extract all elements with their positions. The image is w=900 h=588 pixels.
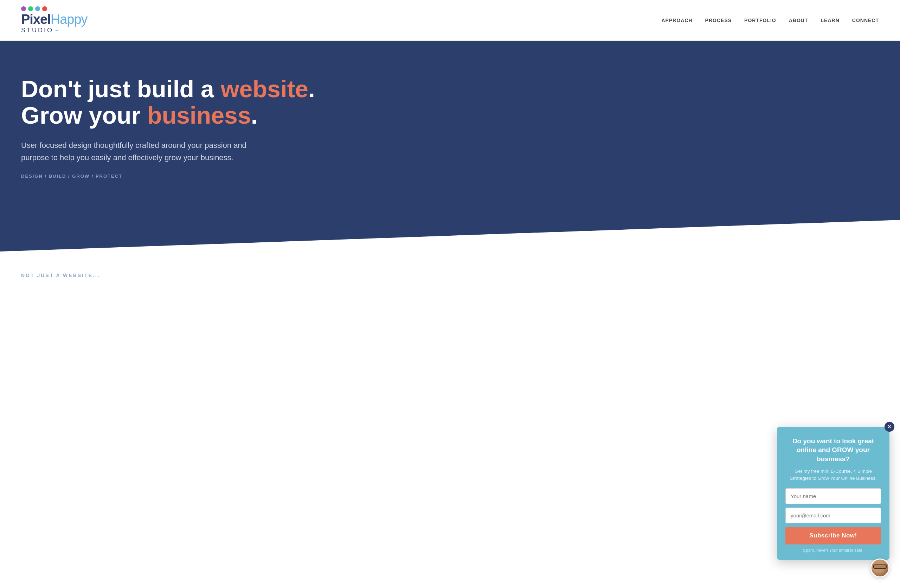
logo-text: Pixel Happy xyxy=(21,12,87,26)
dot-green-icon xyxy=(28,6,33,11)
nav-approach[interactable]: APPROACH xyxy=(661,17,692,23)
dot-blue-icon xyxy=(35,6,40,11)
hero-subtext: User focused design thoughtfully crafted… xyxy=(21,139,267,164)
below-hero-section: NOT JUST A WEBSITE... xyxy=(0,252,900,289)
logo-pixel: Pixel xyxy=(21,12,51,26)
nav-learn[interactable]: LEARN xyxy=(821,17,839,23)
hero-headline-part1: Don't just build a xyxy=(21,76,221,102)
hero-headline-part2: Grow your xyxy=(21,102,147,128)
hero-headline-accent1: website xyxy=(221,76,308,102)
logo-studio: STUDIO xyxy=(21,27,53,34)
hero-headline-period2: . xyxy=(251,102,258,128)
header: Pixel Happy STUDIO ⌣ APPROACH PROCESS PO… xyxy=(0,0,900,41)
main-nav: APPROACH PROCESS PORTFOLIO ABOUT LEARN C… xyxy=(661,17,879,23)
hero-headline-accent2: business xyxy=(147,102,251,128)
logo-area: Pixel Happy STUDIO ⌣ xyxy=(21,6,87,34)
logo-dots xyxy=(21,6,87,11)
nav-portfolio[interactable]: PORTFOLIO xyxy=(744,17,776,23)
logo-happy: Happy xyxy=(51,12,87,26)
logo-smile-icon: ⌣ xyxy=(55,26,59,34)
nav-process[interactable]: PROCESS xyxy=(705,17,732,23)
nav-connect[interactable]: CONNECT xyxy=(852,17,879,23)
hero-headline: Don't just build a website. Grow your bu… xyxy=(21,76,337,128)
hero-section: Don't just build a website. Grow your bu… xyxy=(0,41,900,252)
dot-red-icon xyxy=(42,6,47,11)
below-hero-title: NOT JUST A WEBSITE... xyxy=(21,272,879,278)
hero-headline-period1: . xyxy=(308,76,315,102)
nav-about[interactable]: ABOUT xyxy=(789,17,808,23)
dot-purple-icon xyxy=(21,6,26,11)
hero-tagline: DESIGN / BUILD / GROW / PROTECT xyxy=(21,173,879,179)
